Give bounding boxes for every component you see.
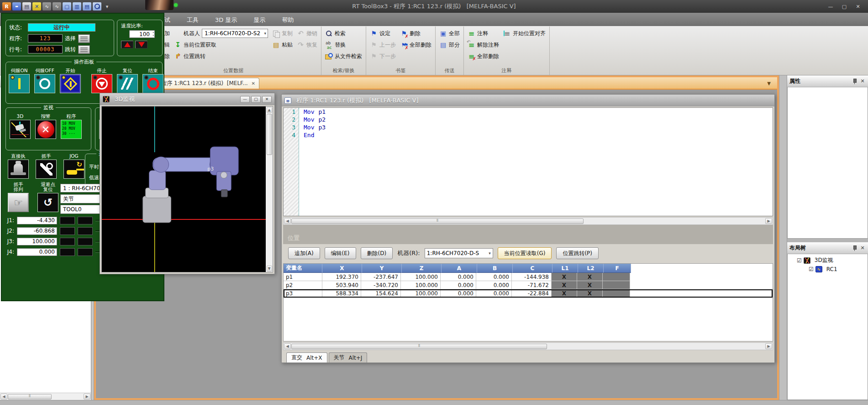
ribbon-button[interactable]: 复制 ▾ — [271, 28, 294, 39]
ribbon-button[interactable]: 下一步 ▾ — [368, 51, 397, 62]
coordinate-cell[interactable]: 154.624 — [361, 289, 401, 298]
ribbon-button[interactable]: 部分 ▾ — [438, 39, 461, 50]
scroll-right-icon[interactable]: ▶ — [765, 218, 772, 224]
coordinate-mode-tab[interactable]: 关节 Alt+J — [329, 352, 368, 362]
utility-button[interactable] — [8, 193, 29, 212]
ribbon-button[interactable]: 从文件检索 ▾ — [324, 51, 363, 62]
scroll-thumb[interactable] — [291, 344, 547, 349]
monitor-button[interactable] — [10, 120, 31, 139]
close-button[interactable]: ✕ — [262, 96, 272, 103]
quick-access-icon[interactable] — [42, 2, 51, 11]
ribbon-button[interactable]: 设定 ▾ — [368, 28, 397, 39]
coordinate-cell[interactable]: -237.647 — [361, 273, 401, 281]
workspace-horizontal-scrollbar[interactable]: ◀ ▶ — [0, 393, 91, 400]
visibility-checkbox[interactable]: ☑ — [797, 257, 802, 264]
close-icon[interactable]: ✕ — [859, 245, 866, 251]
ribbon-button[interactable]: 当前位置获取 ▾ — [173, 39, 269, 50]
mode-button[interactable] — [8, 160, 29, 179]
f-cell[interactable] — [603, 289, 630, 298]
quick-access-icon[interactable] — [2, 2, 11, 11]
coordinate-cell[interactable]: 192.370 — [322, 273, 361, 281]
joint-plus-button[interactable] — [78, 238, 93, 245]
scroll-left-icon[interactable]: ◀ — [284, 218, 291, 224]
scroll-thumb[interactable] — [267, 114, 272, 155]
code-line[interactable]: 1 Mov p1 — [284, 108, 773, 116]
layout-tree-item[interactable]: ☑ 3D监视 — [788, 256, 868, 265]
table-row[interactable]: p1 192.370-237.647100.0000.0000.000-144.… — [284, 273, 773, 281]
coordinate-cell[interactable]: 503.940 — [322, 281, 361, 289]
joint-plus-button[interactable] — [78, 248, 93, 256]
coordinate-cell[interactable]: 100.000 — [401, 273, 441, 281]
coordinate-cell[interactable]: 100.000 — [401, 289, 441, 298]
scroll-right-icon[interactable]: ▶ — [765, 343, 772, 349]
quick-access-icon[interactable] — [83, 2, 91, 11]
ribbon-tab[interactable]: 帮助 — [274, 14, 301, 26]
quick-access-icon[interactable] — [53, 2, 61, 11]
l1-cell[interactable]: X — [552, 289, 577, 298]
joint-minus-button[interactable] — [60, 217, 75, 224]
column-header[interactable]: Y — [362, 264, 402, 273]
panel-splitter[interactable] — [779, 75, 787, 400]
f-cell[interactable] — [603, 273, 630, 281]
close-button[interactable]: ✕ — [852, 2, 864, 11]
code-horizontal-scrollbar[interactable]: ◀ ▶ — [283, 217, 773, 225]
quick-access-icon[interactable] — [73, 2, 81, 11]
monitor-button[interactable]: 10 MOV20 MOV30 ··· — [61, 120, 82, 139]
coordinate-cell[interactable]: 588.334 — [322, 289, 361, 298]
close-icon[interactable]: ✕ — [859, 78, 866, 84]
monitor-button[interactable] — [35, 120, 56, 139]
line-jump-button[interactable] — [78, 45, 90, 54]
utility-button[interactable] — [37, 193, 58, 212]
table-horizontal-scrollbar[interactable]: ◀ ▶ — [283, 342, 773, 350]
viewport-vertical-scrollbar[interactable]: ▲ ▼ — [266, 107, 273, 272]
edit-position-button[interactable]: 编辑(E) — [325, 247, 356, 259]
op-button[interactable] — [9, 74, 30, 93]
code-line[interactable]: 3 Mov p3 — [284, 123, 773, 131]
ribbon-tab[interactable]: 3D 显示 — [207, 14, 245, 26]
maximize-button[interactable]: ▢ — [251, 96, 261, 103]
op-button[interactable] — [91, 74, 112, 93]
speed-up-button[interactable] — [121, 41, 133, 48]
ribbon-button[interactable]: 解除注释 ▾ — [466, 39, 500, 50]
ribbon-button[interactable]: 恢复 ▾ — [295, 39, 319, 50]
code-line[interactable]: 2 Mov p2 — [284, 116, 773, 123]
quick-access-icon[interactable] — [32, 2, 41, 11]
coordinate-cell[interactable]: 0.000 — [441, 281, 476, 289]
l1-cell[interactable]: X — [552, 273, 577, 281]
column-header[interactable]: Z — [402, 264, 442, 273]
ribbon-button[interactable]: 全部删除 ▾ — [466, 51, 500, 62]
speed-ratio-field[interactable]: 100 — [129, 30, 155, 38]
l2-cell[interactable]: X — [577, 289, 603, 298]
ribbon-button[interactable]: 删除 ▾ — [399, 28, 433, 39]
joint-minus-button[interactable] — [60, 248, 75, 256]
mode-button[interactable] — [63, 160, 84, 179]
ribbon-button[interactable]: 检索 ▾ — [324, 28, 363, 39]
coordinate-cell[interactable]: -71.672 — [512, 281, 552, 289]
ribbon-tab[interactable]: 工具 — [179, 14, 206, 26]
f-cell[interactable] — [603, 281, 630, 289]
column-header[interactable]: 变量名 — [284, 264, 322, 273]
program-select-button[interactable] — [78, 34, 90, 43]
code-line[interactable]: 4 End — [284, 131, 773, 139]
column-header[interactable]: C — [513, 264, 552, 273]
quick-access-icon[interactable] — [12, 2, 21, 11]
robot-3d-viewport[interactable]: p3 — [102, 107, 266, 272]
scroll-right-icon[interactable]: ▶ — [84, 394, 90, 400]
joint-plus-button[interactable] — [78, 217, 93, 224]
scroll-thumb[interactable] — [8, 394, 52, 400]
quick-access-icon[interactable] — [103, 2, 111, 11]
add-position-button[interactable]: 追加(A) — [288, 247, 320, 259]
coordinate-cell[interactable]: 0.000 — [476, 289, 512, 298]
robot-select[interactable]: 1:RH-6CH7020-D-S▾ — [425, 248, 493, 258]
coordinate-cell[interactable]: 0.000 — [441, 289, 476, 298]
coordinate-cell[interactable]: 100.000 — [401, 281, 441, 289]
read-current-position-button[interactable]: 当前位置读取(G) — [498, 247, 552, 259]
code-editor[interactable]: 1 Mov p1 2 Mov p2 3 Mov p3 4 End — [283, 107, 773, 216]
ribbon-button[interactable]: 机器人 1:RH-6CH7020-D-S2▾ — [173, 28, 269, 39]
coordinate-cell[interactable]: -144.938 — [512, 273, 552, 281]
joint-minus-button[interactable] — [60, 227, 75, 235]
joint-minus-button[interactable] — [60, 238, 75, 245]
scroll-up-icon[interactable]: ▲ — [267, 107, 272, 113]
delete-position-button[interactable]: 删除(D) — [361, 247, 393, 259]
minimize-button[interactable]: — — [240, 96, 250, 103]
